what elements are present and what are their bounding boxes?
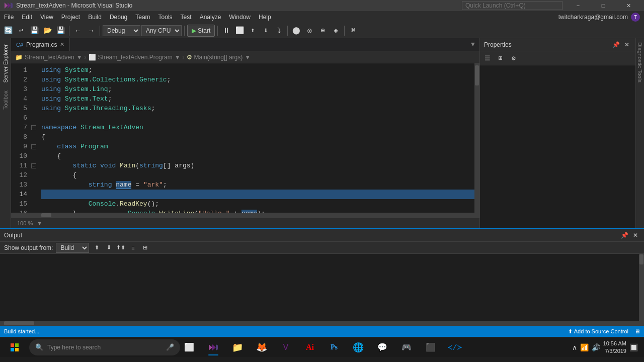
right-edge-tabs[interactable]: Diagnostic Tools: [635, 38, 644, 228]
output-btn1[interactable]: ⬆: [92, 243, 101, 252]
prop-settings[interactable]: ⚙: [508, 53, 519, 64]
properties-pin[interactable]: 📌: [611, 40, 620, 49]
terminal-icon: ⬛: [426, 342, 436, 352]
toolbar-more2[interactable]: ⬇: [260, 25, 272, 37]
menu-view[interactable]: View: [36, 11, 57, 23]
zoom-dropdown[interactable]: ▼: [35, 220, 44, 226]
sidebar-tab-toolbox[interactable]: Toolbox: [2, 86, 10, 114]
tab-program-cs[interactable]: C# Program.cs ✕: [11, 38, 70, 51]
taskbar-app-vs-code[interactable]: ≺/≻: [444, 338, 466, 356]
menu-team[interactable]: Team: [131, 11, 154, 23]
prop-view-list[interactable]: ☰: [482, 53, 493, 64]
output-hscroll[interactable]: [0, 321, 644, 326]
config-select[interactable]: Debug Release: [103, 25, 140, 36]
code-lines[interactable]: using System; using System.Collections.G…: [39, 63, 474, 213]
output-vscroll-thumb[interactable]: [639, 254, 643, 264]
minimize-button[interactable]: −: [567, 0, 590, 11]
context-dropdown1[interactable]: ▼: [76, 54, 83, 61]
output-btn4[interactable]: ≡: [128, 243, 137, 252]
menu-debug[interactable]: Debug: [106, 11, 131, 23]
output-vscroll[interactable]: [639, 254, 644, 321]
editor-hscroll[interactable]: [11, 213, 479, 218]
toolbar-breakpoint[interactable]: ⬤: [290, 25, 302, 37]
start-button[interactable]: ▶ Start: [187, 25, 215, 37]
toolbar-forward[interactable]: →: [85, 25, 97, 37]
taskbar-search[interactable]: 🔍 Type here to search 🎤: [29, 339, 180, 355]
menu-edit[interactable]: Edit: [18, 11, 36, 23]
taskbar-app-terminal[interactable]: ⬛: [420, 338, 442, 356]
close-button[interactable]: ✕: [617, 0, 640, 11]
context-method[interactable]: ⚙ Main(string[] args) ▼: [187, 54, 251, 61]
menu-help[interactable]: Help: [255, 11, 275, 23]
toolbar-open[interactable]: 📂: [41, 25, 53, 37]
properties-controls: 📌 ✕: [611, 40, 631, 49]
taskbar-app-vs2[interactable]: V: [275, 338, 297, 356]
output-btn2[interactable]: ⬇: [104, 243, 113, 252]
quick-launch-input[interactable]: [462, 1, 562, 10]
source-control-btn[interactable]: ⬆ Add to Source Control: [568, 328, 628, 335]
output-close[interactable]: ✕: [631, 231, 640, 240]
toolbar-bp3[interactable]: ⊕: [316, 25, 329, 37]
menu-tools[interactable]: Tools: [154, 11, 177, 23]
toolbar-save2[interactable]: 💾: [54, 25, 66, 37]
menu-file[interactable]: File: [0, 11, 18, 23]
platform-select[interactable]: Any CPU x64: [141, 25, 182, 36]
output-btn5[interactable]: ⊞: [140, 243, 149, 252]
toolbar-new[interactable]: 🔄: [2, 25, 14, 37]
notification-icon[interactable]: 🔲: [629, 343, 638, 351]
editor-vscroll-thumb[interactable]: [475, 65, 479, 85]
editor-vscroll[interactable]: [474, 63, 479, 213]
tab-close-button[interactable]: ✕: [60, 41, 64, 48]
ln-8: 8: [11, 132, 27, 142]
taskbar-app-explorer[interactable]: 📁: [226, 338, 249, 356]
taskview-button[interactable]: ⬜: [180, 338, 198, 356]
toolbar-extra[interactable]: ⌘: [347, 25, 359, 37]
editor-hscroll-thumb[interactable]: [41, 213, 51, 217]
taskbar-app-chrome[interactable]: 🌐: [347, 338, 369, 356]
taskbar-app-photoshop[interactable]: Ps: [323, 338, 345, 356]
taskbar-app-steam[interactable]: 🎮: [395, 338, 418, 356]
context-class[interactable]: ⬜ Stream_textAdven.Program ▼: [89, 54, 181, 61]
chevron-icon[interactable]: ∧: [572, 343, 577, 351]
zoom-level[interactable]: 100 %: [15, 220, 35, 226]
prop-view-grid[interactable]: ⊞: [495, 53, 506, 64]
toolbar-more1[interactable]: ⬆: [247, 25, 259, 37]
tab-scroll-button[interactable]: ▼: [466, 38, 479, 51]
menu-window[interactable]: Window: [225, 11, 255, 23]
output-source-select[interactable]: Build Debug: [56, 243, 89, 253]
context-dropdown3[interactable]: ▼: [245, 54, 251, 61]
taskbar-app-adobe[interactable]: Ai: [299, 338, 321, 356]
taskbar-app-vs[interactable]: [202, 338, 224, 356]
output-pin[interactable]: 📌: [620, 231, 629, 240]
context-dropdown2[interactable]: ▼: [175, 54, 181, 61]
toolbar-undo[interactable]: ↩: [15, 25, 27, 37]
code-line-12: {: [41, 170, 474, 180]
toolbar-bp2[interactable]: ◎: [303, 25, 315, 37]
taskbar-app-discord[interactable]: 💬: [371, 338, 393, 356]
toolbar-bp4[interactable]: ◈: [330, 25, 342, 37]
menu-project[interactable]: Project: [57, 11, 84, 23]
menu-analyze[interactable]: Analyze: [196, 11, 225, 23]
sidebar-tab-server-explorer[interactable]: Server Explorer: [2, 40, 10, 86]
toolbar-back[interactable]: ←: [72, 25, 84, 37]
context-project[interactable]: 📁 Stream_textAdven ▼: [15, 54, 83, 61]
properties-close[interactable]: ✕: [622, 40, 631, 49]
maximize-button[interactable]: □: [592, 0, 615, 11]
volume-icon[interactable]: 🔊: [592, 343, 600, 351]
output-btn3[interactable]: ⬆⬆: [116, 243, 125, 252]
network-icon[interactable]: 📶: [580, 343, 589, 351]
start-button[interactable]: [2, 338, 27, 356]
menu-test[interactable]: Test: [177, 11, 196, 23]
toolbar-step[interactable]: ⬜: [233, 25, 246, 37]
toolbar-more3[interactable]: ⤵: [273, 25, 285, 37]
toolbar-save[interactable]: 💾: [28, 25, 40, 37]
left-sidebar: Server Explorer Toolbox: [0, 38, 11, 228]
taskbar-app-firefox[interactable]: 🦊: [251, 338, 273, 356]
clock[interactable]: 10:56 AM 7/3/2019: [603, 340, 626, 354]
output-hscroll-thumb[interactable]: [4, 321, 34, 325]
taskbar-apps: 📁 🦊 V Ai Ps 🌐 💬 🎮 ⬛ ≺/≻: [202, 338, 466, 356]
toolbar-attach[interactable]: ⏸: [220, 25, 232, 37]
menu-build[interactable]: Build: [84, 11, 106, 23]
toolbar-sep5: [287, 26, 288, 36]
microphone-icon[interactable]: 🎤: [166, 343, 174, 351]
